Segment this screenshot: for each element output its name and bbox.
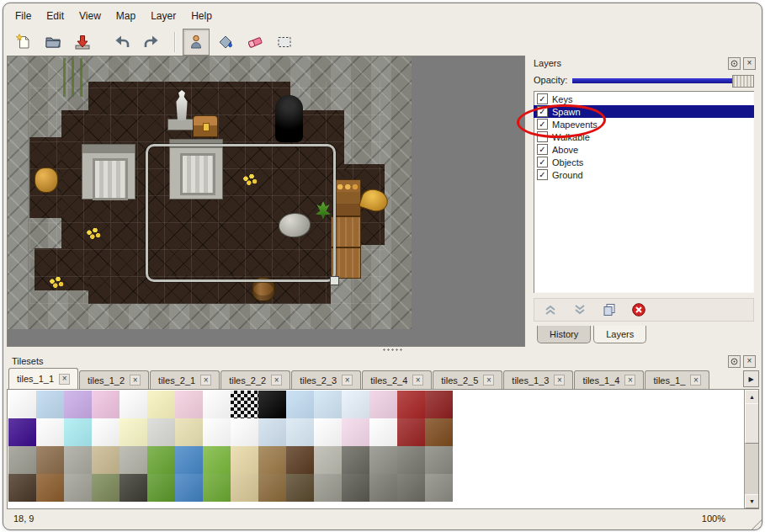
save-button[interactable] [69, 29, 96, 56]
tileset-tile[interactable] [286, 474, 314, 502]
panel-shade-button[interactable] [728, 57, 741, 70]
layer-checkbox[interactable]: ✓ [537, 169, 548, 180]
tileset-tile[interactable] [397, 446, 425, 474]
tileset-tile[interactable] [397, 418, 425, 446]
tileset-tile[interactable] [397, 391, 425, 418]
panel-close-button[interactable]: × [743, 355, 756, 368]
tileset-tile[interactable] [231, 474, 258, 502]
splitter-handle[interactable] [382, 348, 404, 353]
panel-close-button[interactable]: × [743, 57, 756, 70]
tileset-tile[interactable] [203, 446, 231, 474]
menu-help[interactable]: Help [184, 8, 219, 24]
tileset-tile[interactable] [425, 391, 453, 418]
tileset-tile[interactable] [8, 391, 36, 418]
tileset-tile[interactable] [314, 446, 342, 474]
menu-view[interactable]: View [72, 8, 108, 24]
tileset-tile[interactable] [286, 391, 314, 418]
tileset-tab-tiles_2_3[interactable]: tiles_2_3× [291, 370, 361, 389]
tileset-tile[interactable] [36, 446, 64, 474]
opacity-slider[interactable] [572, 74, 754, 86]
tileset-tile[interactable] [231, 418, 258, 446]
tileset-tile[interactable] [147, 446, 175, 474]
layer-row-spawn[interactable]: ✓Spawn [534, 105, 754, 118]
layer-row-walkable[interactable]: Walkable [534, 130, 754, 143]
tileset-tab-tiles_1_3[interactable]: tiles_1_3× [503, 370, 573, 389]
tileset-tile[interactable] [314, 418, 342, 446]
tileset-tab-tiles_1_1[interactable]: tiles_1_1× [8, 368, 78, 389]
undo-button[interactable] [109, 29, 135, 56]
tileset-tile[interactable] [397, 474, 425, 502]
tileset-tile[interactable] [258, 446, 286, 474]
tileset-tile[interactable] [8, 474, 36, 502]
new-file-button[interactable] [10, 29, 37, 56]
tab-close-icon[interactable]: × [59, 374, 70, 385]
layer-row-objects[interactable]: ✓Objects [534, 156, 754, 168]
tileset-tile[interactable] [425, 418, 453, 446]
select-tool-button[interactable] [271, 29, 298, 56]
layer-checkbox[interactable]: ✓ [537, 93, 548, 104]
tileset-tile[interactable] [92, 474, 120, 502]
tileset-tile[interactable] [203, 391, 231, 418]
tileset-tile[interactable] [92, 418, 120, 446]
tileset-tile[interactable] [64, 418, 92, 446]
tileset-tile[interactable] [8, 446, 36, 474]
tileset-tile[interactable] [369, 446, 397, 474]
delete-layer-button[interactable] [630, 301, 648, 318]
tileset-tile[interactable] [175, 418, 203, 446]
tileset-tile[interactable] [203, 418, 231, 446]
menu-layer[interactable]: Layer [144, 8, 183, 24]
tileset-tile[interactable] [286, 418, 314, 446]
tileset-tile[interactable] [314, 391, 342, 418]
tileset-tab-tiles_2_5[interactable]: tiles_2_5× [433, 370, 502, 389]
menu-map[interactable]: Map [109, 8, 142, 24]
tileset-tile[interactable] [314, 474, 342, 502]
layer-checkbox[interactable]: ✓ [537, 119, 548, 130]
tileset-tile[interactable] [342, 446, 369, 474]
map-viewport[interactable] [7, 56, 525, 347]
tileset-tile[interactable] [147, 474, 175, 502]
scroll-down-button[interactable]: ▼ [745, 494, 759, 508]
tileset-tile[interactable] [8, 418, 36, 446]
spawn-tool-button[interactable] [183, 29, 210, 56]
tab-close-icon[interactable]: × [200, 375, 211, 386]
tab-close-icon[interactable]: × [342, 375, 353, 386]
tileset-tile[interactable] [64, 391, 92, 418]
tileset-tab-tiles_2_4[interactable]: tiles_2_4× [362, 370, 432, 389]
tileset-tile[interactable] [36, 418, 64, 446]
tileset-tile[interactable] [258, 391, 286, 418]
tab-close-icon[interactable]: × [624, 375, 635, 386]
tileset-tab-tiles_1_4[interactable]: tiles_1_4× [574, 370, 644, 389]
tab-close-icon[interactable]: × [412, 375, 423, 386]
tileset-tile[interactable] [286, 446, 314, 474]
tab-layers[interactable]: Layers [593, 326, 646, 343]
layer-checkbox[interactable] [537, 131, 548, 142]
duplicate-layer-button[interactable] [600, 301, 619, 318]
tileset-tile[interactable] [369, 474, 397, 502]
tileset-tab-tiles_1_[interactable]: tiles_1_× [645, 370, 709, 389]
layer-row-above[interactable]: ✓Above [534, 143, 754, 156]
tileset-tile[interactable] [120, 446, 147, 474]
open-button[interactable] [40, 29, 66, 56]
selection-resize-handle[interactable] [330, 276, 339, 285]
tab-close-icon[interactable]: × [271, 375, 282, 386]
tileset-tile[interactable] [64, 474, 92, 502]
tileset-tile[interactable] [258, 474, 286, 502]
map-canvas[interactable] [8, 56, 412, 329]
tileset-tile[interactable] [425, 446, 453, 474]
scrollbar-thumb[interactable] [745, 403, 759, 444]
tab-close-icon[interactable]: × [554, 375, 565, 386]
tab-close-icon[interactable]: × [483, 375, 494, 386]
tileset-tile[interactable] [175, 446, 203, 474]
layer-row-mapevents[interactable]: ✓Mapevents [534, 118, 754, 130]
tileset-tile[interactable] [175, 391, 203, 418]
tileset-tile[interactable] [342, 418, 369, 446]
tab-scroll-right-button[interactable]: ▶ [743, 370, 759, 387]
tileset-tab-tiles_2_2[interactable]: tiles_2_2× [220, 370, 290, 389]
panel-shade-button[interactable] [728, 355, 741, 368]
tileset-tile[interactable] [147, 418, 175, 446]
layer-checkbox[interactable]: ✓ [537, 106, 548, 117]
tileset-tile[interactable] [231, 391, 258, 418]
tileset-tile[interactable] [369, 418, 397, 446]
layer-row-keys[interactable]: ✓Keys [534, 93, 754, 105]
menu-edit[interactable]: Edit [40, 8, 71, 24]
